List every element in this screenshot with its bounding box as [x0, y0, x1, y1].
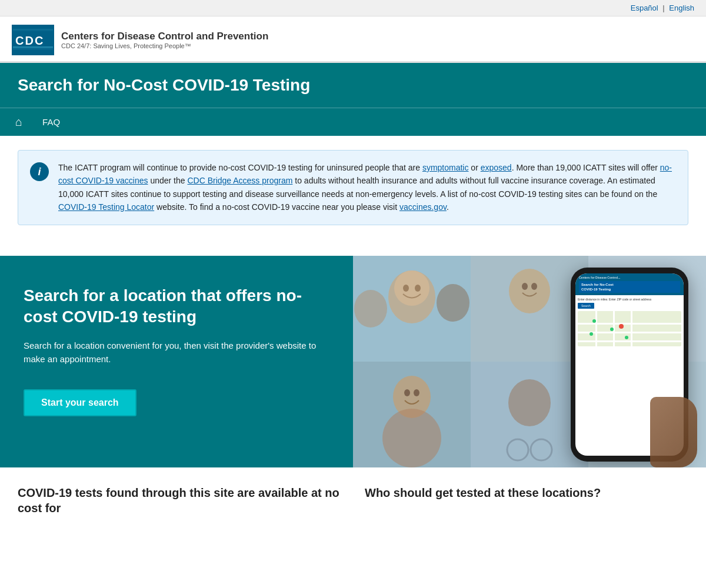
phone-overlay: Centers for Disease Control... Search fo…: [559, 268, 700, 467]
search-left-panel: Search for a location that offers no-cos…: [0, 256, 353, 467]
info-text-3: . More than 19,000 ICATT sites will offe…: [512, 163, 660, 172]
svg-point-13: [354, 290, 387, 328]
info-text-4: under the: [148, 176, 188, 185]
english-link[interactable]: English: [669, 4, 694, 12]
phone-map-area: [578, 311, 681, 346]
search-section: Search for a location that offers no-cos…: [0, 256, 706, 467]
search-right-collage: Centers for Disease Control... Search fo…: [353, 256, 706, 467]
symptomatic-link[interactable]: symptomatic: [422, 163, 469, 172]
svg-point-24: [382, 409, 441, 467]
cdc-logo-box: CDC: [12, 25, 54, 55]
vaccines-gov-link[interactable]: vaccines.gov: [399, 202, 447, 212]
bottom-col-1-heading: COVID-19 tests found through this site a…: [18, 485, 341, 516]
svg-point-22: [404, 389, 410, 396]
svg-point-9: [394, 270, 429, 306]
svg-point-12: [437, 284, 469, 322]
bridge-program-link[interactable]: CDC Bridge Access program: [187, 176, 292, 185]
language-bar: Español | English: [0, 0, 706, 16]
svg-point-17: [531, 283, 537, 290]
testing-locator-link[interactable]: COVID-19 Testing Locator: [58, 202, 154, 212]
page-title-bar: Search for No-Cost COVID-19 Testing: [0, 63, 706, 108]
espanol-link[interactable]: Español: [631, 4, 658, 12]
home-icon: ⌂: [15, 115, 22, 128]
lang-separator: |: [662, 4, 664, 12]
svg-point-15: [509, 269, 550, 313]
collage-cell-1: [353, 256, 471, 362]
info-text-6: website. To find a no-cost COVID-19 vacc…: [154, 202, 399, 212]
bottom-info-section: COVID-19 tests found through this site a…: [0, 467, 706, 530]
info-icon: i: [30, 162, 49, 181]
bottom-col-2: Who should get tested at these locations…: [365, 485, 688, 518]
org-name: Centers for Disease Control and Preventi…: [61, 31, 268, 42]
exposed-link[interactable]: exposed: [481, 163, 512, 172]
search-heading: Search for a location that offers no-cos…: [24, 285, 329, 328]
info-text-1: The ICATT program will continue to provi…: [58, 163, 422, 172]
main-content: i The ICATT program will continue to pro…: [0, 136, 706, 256]
site-header: CDC Centers for Disease Control and Prev…: [0, 16, 706, 63]
info-text-block: The ICATT program will continue to provi…: [58, 161, 676, 214]
collage-cell-4: [353, 362, 471, 467]
svg-point-11: [415, 285, 421, 292]
org-tagline: CDC 24/7: Saving Lives, Protecting Peopl…: [61, 42, 268, 49]
svg-point-26: [508, 379, 551, 426]
info-text-2: or: [468, 163, 480, 172]
phone-mockup: Centers for Disease Control... Search fo…: [571, 268, 688, 462]
cdc-logo: CDC Centers for Disease Control and Prev…: [12, 25, 268, 55]
svg-point-16: [522, 283, 528, 290]
search-description: Search for a location convenient for you…: [24, 339, 329, 366]
info-text-7: .: [447, 202, 449, 212]
svg-point-10: [403, 285, 409, 292]
faq-link[interactable]: FAQ: [40, 109, 62, 135]
page-title: Search for No-Cost COVID-19 Testing: [18, 76, 688, 95]
svg-point-23: [414, 389, 419, 396]
phone-screen-header: Centers for Disease Control... Search fo…: [575, 273, 684, 296]
bottom-col-2-heading: Who should get tested at these locations…: [365, 485, 688, 500]
cdc-logo-svg: CDC: [13, 26, 53, 54]
info-box: i The ICATT program will continue to pro…: [18, 150, 688, 225]
cdc-text-block: Centers for Disease Control and Preventi…: [61, 31, 268, 49]
home-link[interactable]: ⌂: [12, 108, 26, 136]
svg-text:CDC: CDC: [15, 34, 44, 47]
nav-bar: ⌂ FAQ: [0, 108, 706, 136]
bottom-col-1: COVID-19 tests found through this site a…: [18, 485, 341, 518]
start-search-button[interactable]: Start your search: [24, 389, 136, 416]
